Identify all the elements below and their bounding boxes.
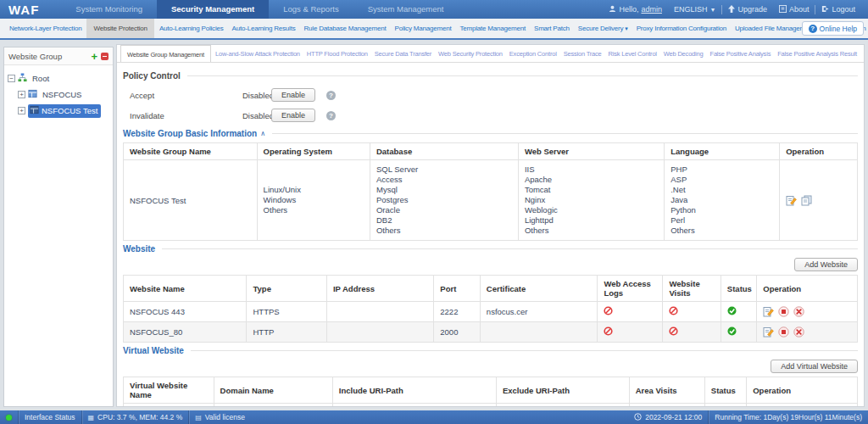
subnav-secure-delivery[interactable]: Secure Delivery ▾ xyxy=(575,19,632,38)
operation-cell xyxy=(747,404,858,408)
subnav-policy-management[interactable]: Policy Management xyxy=(392,19,455,38)
license-status: ▤ Valid license xyxy=(189,410,251,424)
virtual-website-table: Virtual Website Name Domain Name Include… xyxy=(123,377,858,407)
port-cell: 2000 xyxy=(434,322,481,343)
tab-low-and-slow-attack-protection[interactable]: Low-and-Slow Attack Protection xyxy=(213,45,303,62)
help-icon[interactable]: ? xyxy=(326,111,336,120)
expand-expander-icon[interactable]: + xyxy=(18,107,25,114)
stop-icon[interactable] xyxy=(778,306,789,317)
subnav-rule-database-management[interactable]: Rule Database Management xyxy=(301,19,390,38)
tab-web-security-protection[interactable]: Web Security Protection xyxy=(436,45,505,62)
add-website-button[interactable]: Add Website xyxy=(794,258,858,271)
topnav-security-management[interactable]: Security Management xyxy=(157,0,269,19)
subnav-smart-patch[interactable]: Smart Patch xyxy=(531,19,573,38)
expand-expander-icon[interactable]: + xyxy=(18,91,25,98)
tab-secure-data-transfer[interactable]: Secure Data Transfer xyxy=(372,45,434,62)
col-header: Website Group Name xyxy=(124,143,258,160)
stop-icon[interactable] xyxy=(778,326,789,338)
accept-enable-button[interactable]: Enable xyxy=(271,88,315,102)
col-header: Area Visits xyxy=(629,377,704,404)
col-header: Website Visits xyxy=(663,276,721,302)
upgrade-button[interactable]: Upgrade xyxy=(722,5,773,14)
topnav-system-management[interactable]: System Management xyxy=(353,0,459,19)
area-visits-cell xyxy=(629,404,704,408)
edit-icon[interactable] xyxy=(763,326,774,338)
language-cell: PHP ASP .Net Java Python Perl Others xyxy=(665,160,780,241)
user-greeting[interactable]: Hello,admin xyxy=(603,5,668,14)
add-virtual-website-button[interactable]: Add Virtual Website xyxy=(771,360,858,373)
website-group-sidebar: Website Group + − Root + NSFOCUS + xyxy=(3,47,114,407)
section-title: Website xyxy=(123,244,155,254)
edit-icon[interactable] xyxy=(763,306,774,317)
tab-http-flood-protection[interactable]: HTTP Flood Protection xyxy=(304,45,370,62)
website-name-cell: NSFOCUS 443 xyxy=(124,302,247,322)
divider xyxy=(162,248,858,249)
cpu-mem-status: ▦ CPU: 3.7 %, MEM: 44.2 % xyxy=(82,410,189,424)
license-icon: ▤ xyxy=(195,414,202,421)
operation-cell xyxy=(757,302,858,322)
status-cell xyxy=(721,322,756,343)
interface-status[interactable]: Interface Status xyxy=(19,410,81,424)
tab-false-positive-analysis-result[interactable]: False Positive Analysis Result xyxy=(775,45,860,62)
col-header: Operation xyxy=(757,276,858,302)
tab-session-trace[interactable]: Session Trace xyxy=(561,45,604,62)
operation-cell xyxy=(780,160,858,241)
tab-session-block[interactable]: Session Block xyxy=(861,45,864,62)
app-logo: WAF xyxy=(0,0,61,19)
tree-node-root[interactable]: − Root xyxy=(8,70,109,86)
delete-group-icon[interactable] xyxy=(101,53,108,60)
delete-icon[interactable] xyxy=(793,306,804,317)
language-select[interactable]: ENGLISH▼ xyxy=(668,5,721,14)
col-header: Status xyxy=(721,276,756,302)
table-header-row: Website Group Name Operating System Data… xyxy=(124,143,858,160)
collapse-expander-icon[interactable]: − xyxy=(8,75,15,82)
green-status-icon xyxy=(6,415,12,421)
logout-button[interactable]: Logout xyxy=(815,5,861,14)
tree-node-nsfocus-test[interactable]: + NSFOCUS Test xyxy=(8,103,109,119)
include-uri-path-cell: * xyxy=(332,404,496,408)
subnav-website-protection[interactable]: Website Protection xyxy=(86,19,153,38)
website-section-header: Website xyxy=(123,244,858,254)
domain-name-cell: test.nsfocus.com xyxy=(214,404,332,408)
topnav-system-monitoring[interactable]: System Monitoring xyxy=(61,0,157,19)
interface-status-light xyxy=(0,410,18,424)
edit-icon[interactable] xyxy=(786,195,797,206)
collapse-icon[interactable]: ∧ xyxy=(260,130,265,137)
subnav-template-management[interactable]: Template Management xyxy=(456,19,529,38)
os-cell: Linux/Unix Windows Others xyxy=(257,160,370,241)
tab-web-decoding[interactable]: Web Decoding xyxy=(661,45,706,62)
tab-risk-level-control[interactable]: Risk Level Control xyxy=(606,45,659,62)
online-help-button[interactable]: ? Online Help xyxy=(802,21,864,36)
user-icon xyxy=(609,5,616,14)
accept-status: Disabled xyxy=(242,91,271,100)
about-button[interactable]: About xyxy=(773,5,815,14)
username[interactable]: admin xyxy=(641,5,662,14)
col-header: Virtual Website Name xyxy=(124,377,214,404)
tab-website-group-management[interactable]: Website Group Management xyxy=(120,45,211,63)
delete-icon[interactable] xyxy=(793,326,804,338)
cpu-icon: ▦ xyxy=(88,414,95,421)
status-bar: Interface Status ▦ CPU: 3.7 %, MEM: 44.2… xyxy=(0,410,868,424)
system-datetime: 2022-09-21 12:00 xyxy=(628,410,708,424)
running-time: Running Time: 1Day(s) 19Hour(s) 11Minute… xyxy=(709,410,868,424)
virtual-website-name-cell: NSFOCUS xyxy=(124,404,214,408)
top-bar: WAF System Monitoring Security Managemen… xyxy=(0,0,868,19)
type-cell: HTTP xyxy=(247,322,326,343)
help-icon: ? xyxy=(809,25,817,33)
top-menu: System Monitoring Security Management Lo… xyxy=(61,0,458,19)
subnav-auto-learning-results[interactable]: Auto-Learning Results xyxy=(229,19,299,38)
sidebar-header: Website Group + xyxy=(4,47,113,65)
subnav-auto-learning-policies[interactable]: Auto-Learning Policies xyxy=(156,19,227,38)
ok-icon xyxy=(727,328,737,338)
tree-node-nsfocus[interactable]: + NSFOCUS xyxy=(8,86,109,103)
help-icon[interactable]: ? xyxy=(326,91,336,100)
tab-false-positive-analysis[interactable]: False Positive Analysis xyxy=(708,45,774,62)
copy-icon[interactable] xyxy=(801,195,812,206)
add-group-icon[interactable]: + xyxy=(91,51,97,62)
subnav-network-layer-protection[interactable]: Network-Layer Protection xyxy=(6,19,85,38)
subnav-proxy-information-configuration[interactable]: Proxy Information Configuration xyxy=(633,19,730,38)
operation-cell xyxy=(757,322,858,343)
invalidate-enable-button[interactable]: Enable xyxy=(271,109,315,122)
topnav-logs-reports[interactable]: Logs & Reports xyxy=(269,0,353,19)
tab-exception-control[interactable]: Exception Control xyxy=(507,45,559,62)
